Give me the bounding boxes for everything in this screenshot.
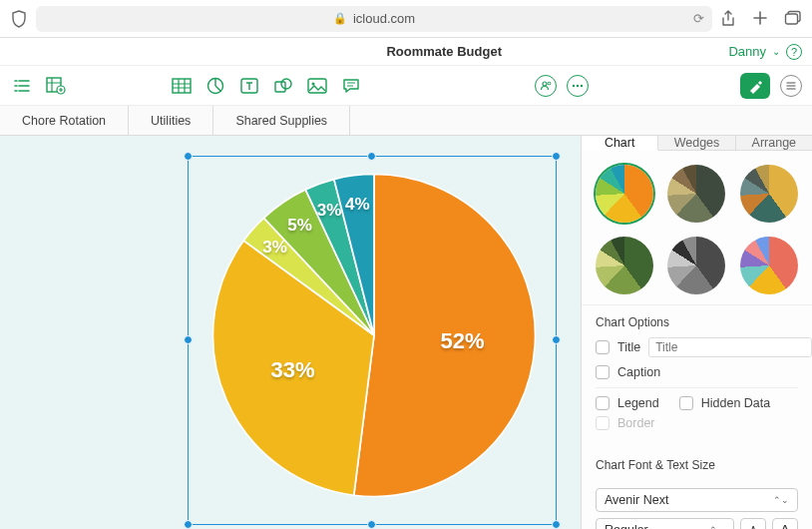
- pie-percent-label: 3%: [262, 238, 287, 258]
- font-family-select[interactable]: Avenir Next ⌃⌄: [596, 488, 798, 512]
- insert-table-icon[interactable]: [170, 74, 194, 98]
- chevron-updown-icon: ⌃⌄: [709, 525, 725, 529]
- option-border-row: Border: [596, 416, 798, 430]
- pie-percent-label: 52%: [441, 328, 485, 354]
- resize-handle[interactable]: [184, 520, 193, 529]
- pie-percent-label: 3%: [317, 201, 342, 221]
- resize-handle[interactable]: [367, 520, 376, 529]
- browser-actions: [720, 10, 802, 28]
- svg-rect-7: [275, 82, 285, 92]
- option-title-row: Title: [596, 337, 798, 357]
- option-hidden-data-row: Hidden Data: [679, 396, 771, 410]
- canvas[interactable]: 52%33%3%5%3%4%: [0, 136, 581, 529]
- hidden-data-label: Hidden Data: [701, 396, 771, 410]
- chart-style-thumb[interactable]: [740, 165, 798, 223]
- svg-rect-9: [308, 79, 326, 93]
- pie-chart[interactable]: 52%33%3%5%3%4%: [204, 166, 544, 505]
- svg-point-15: [581, 84, 583, 86]
- chevron-updown-icon: ⌃⌄: [773, 495, 789, 505]
- new-tab-icon[interactable]: [752, 10, 768, 28]
- font-size-larger-button[interactable]: A: [772, 518, 798, 529]
- format-panel-button[interactable]: [740, 73, 770, 99]
- svg-point-14: [577, 84, 579, 86]
- insert-group: [170, 74, 363, 98]
- document-header: Roommate Budget Danny ⌄ ?: [0, 38, 812, 66]
- chart-font-section: Chart Font & Text Size: [582, 448, 812, 482]
- list-view-icon[interactable]: [10, 74, 34, 98]
- tab-wedges[interactable]: Wedges: [658, 136, 735, 150]
- user-menu[interactable]: Danny ⌄ ?: [728, 44, 812, 60]
- inspector-tabs: Chart Wedges Arrange: [582, 136, 812, 151]
- resize-handle[interactable]: [552, 335, 561, 344]
- app-toolbar: [0, 66, 812, 106]
- option-legend-row: Legend: [596, 396, 659, 410]
- panels-group: [740, 73, 802, 99]
- share-icon[interactable]: [720, 10, 736, 28]
- pie-percent-label: 33%: [270, 357, 314, 383]
- svg-point-13: [573, 84, 575, 86]
- tab-arrange[interactable]: Arrange: [736, 136, 812, 150]
- chart-style-grid: [582, 151, 812, 305]
- border-checkbox: [596, 416, 609, 430]
- svg-rect-4: [173, 79, 191, 93]
- insert-text-icon[interactable]: [237, 74, 261, 98]
- url-text: icloud.com: [353, 11, 415, 26]
- sheet-tab-utilities[interactable]: Utilities: [129, 106, 213, 135]
- collab-group: [535, 75, 589, 97]
- url-field[interactable]: 🔒 icloud.com ⟳: [36, 6, 712, 32]
- resize-handle[interactable]: [184, 335, 193, 344]
- add-sheet-icon[interactable]: [44, 74, 68, 98]
- chart-style-thumb[interactable]: [667, 165, 725, 223]
- legend-label: Legend: [617, 396, 659, 410]
- more-icon[interactable]: [567, 75, 589, 97]
- tab-chart[interactable]: Chart: [582, 136, 658, 151]
- insert-shape-icon[interactable]: [271, 74, 295, 98]
- svg-point-8: [281, 79, 291, 89]
- chart-style-thumb[interactable]: [596, 237, 653, 294]
- chart-options-section: Chart Options Title Caption Legend Hidde…: [582, 305, 812, 444]
- border-label: Border: [617, 416, 655, 430]
- title-checkbox[interactable]: [596, 340, 609, 354]
- font-size-smaller-button[interactable]: A: [740, 518, 766, 529]
- privacy-shield-icon[interactable]: [10, 10, 28, 28]
- resize-handle[interactable]: [552, 520, 561, 529]
- chart-style-thumb[interactable]: [667, 237, 725, 294]
- chart-font-heading: Chart Font & Text Size: [596, 458, 798, 472]
- title-label: Title: [617, 340, 640, 354]
- sheet-tab-shared-supplies[interactable]: Shared Supplies: [213, 106, 350, 135]
- refresh-icon[interactable]: ⟳: [693, 11, 704, 26]
- resize-handle[interactable]: [552, 152, 561, 161]
- collaborate-icon[interactable]: [535, 75, 557, 97]
- caption-checkbox[interactable]: [596, 365, 609, 379]
- insert-media-icon[interactable]: [305, 74, 329, 98]
- svg-point-11: [543, 82, 547, 86]
- sheet-tab-chore-rotation[interactable]: Chore Rotation: [0, 106, 129, 135]
- main-area: 52%33%3%5%3%4% Chart Wedges Arrange Char…: [0, 136, 812, 529]
- sheet-tab-empty: [350, 106, 812, 135]
- pie-percent-label: 4%: [345, 195, 370, 215]
- resize-handle[interactable]: [367, 152, 376, 161]
- chevron-down-icon: ⌄: [772, 46, 780, 57]
- browser-toolbar: 🔒 icloud.com ⟳: [0, 0, 812, 38]
- title-input[interactable]: [648, 337, 812, 357]
- resize-handle[interactable]: [184, 152, 193, 161]
- tabs-overview-icon[interactable]: [784, 10, 802, 28]
- lock-icon: 🔒: [333, 12, 347, 25]
- hidden-data-checkbox[interactable]: [679, 396, 693, 410]
- help-icon[interactable]: ?: [786, 44, 802, 60]
- view-group: [10, 74, 68, 98]
- inspector-panel: Chart Wedges Arrange Chart Options Title…: [581, 136, 812, 529]
- organize-panel-button[interactable]: [780, 75, 802, 97]
- insert-comment-icon[interactable]: [339, 74, 363, 98]
- font-controls: Avenir Next ⌃⌄ Regular ⌃⌄ A A: [582, 482, 812, 529]
- option-caption-row: Caption: [596, 365, 798, 379]
- chart-options-heading: Chart Options: [596, 315, 798, 329]
- font-weight-select[interactable]: Regular ⌃⌄: [596, 518, 734, 529]
- user-name: Danny: [728, 44, 766, 59]
- chart-style-thumb[interactable]: [596, 165, 653, 223]
- chart-style-thumb[interactable]: [740, 237, 798, 294]
- insert-chart-icon[interactable]: [203, 74, 227, 98]
- document-title: Roommate Budget: [0, 44, 728, 59]
- legend-checkbox[interactable]: [596, 396, 609, 410]
- sheet-tabs: Chore Rotation Utilities Shared Supplies: [0, 106, 812, 136]
